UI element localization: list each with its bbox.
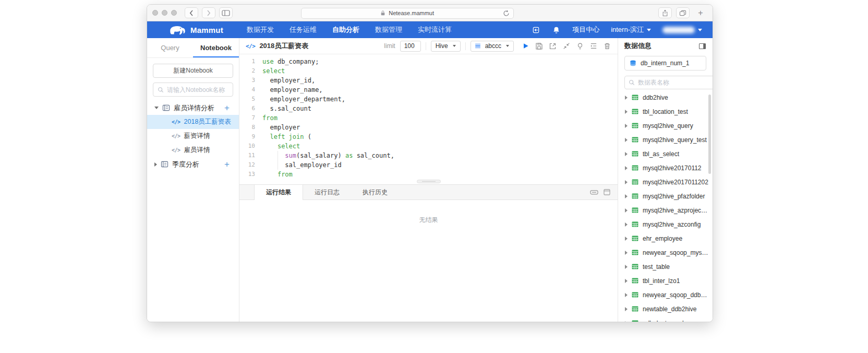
table-row[interactable]: ehr_employee <box>618 231 713 245</box>
table-icon <box>632 292 638 298</box>
notebook-file-row[interactable]: </> 雇员详情 <box>147 143 239 157</box>
close-window-button[interactable] <box>152 10 158 16</box>
code-icon: </> <box>172 133 180 139</box>
table-row[interactable]: ddb2hive <box>618 90 713 104</box>
table-row[interactable]: mysql2hive2017011202 <box>618 175 713 189</box>
line-number: 8 <box>239 123 255 132</box>
sidebar-tab[interactable]: Notebook <box>193 38 239 57</box>
export-icon <box>549 42 557 50</box>
project-selector[interactable]: intern-滨江 <box>611 25 651 34</box>
table-search-input[interactable] <box>638 79 713 86</box>
code-line: 9 left join ( <box>239 132 618 142</box>
browser-titlebar: Netease.mammut + <box>147 5 713 21</box>
splitter-drag-handle[interactable] <box>417 180 441 183</box>
notebook-search-input[interactable] <box>167 86 228 93</box>
add-note-button[interactable]: + <box>224 160 230 169</box>
table-row[interactable]: mysql2hive20170112 <box>618 161 713 175</box>
line-number: 5 <box>239 95 255 104</box>
scrollbar-thumb[interactable] <box>708 95 711 174</box>
nav-item[interactable]: 数据开发 <box>239 21 282 38</box>
user-menu[interactable] <box>662 27 702 33</box>
forward-button[interactable] <box>202 7 215 18</box>
nav-item[interactable]: 数据管理 <box>367 21 410 38</box>
panel-splitter <box>239 179 618 184</box>
table-name: ehr_employee <box>643 235 682 242</box>
table-row[interactable]: mysql2hive_query_test <box>618 133 713 147</box>
export-button[interactable] <box>548 42 557 51</box>
table-row[interactable]: mysql2hive_query <box>618 119 713 133</box>
line-number: 10 <box>239 142 255 151</box>
table-row[interactable]: newyear_sqoop_mys… <box>618 245 713 260</box>
table-row[interactable]: tbl_as_select <box>618 147 713 161</box>
expand-caret-icon <box>625 208 628 213</box>
expand-caret-icon <box>625 293 628 297</box>
notebook-file-label: 雇员详情 <box>184 146 210 155</box>
minimize-window-button[interactable] <box>162 10 167 16</box>
add-note-button[interactable]: + <box>224 103 230 112</box>
table-row[interactable]: mysql2hive_pfazfolder <box>618 189 713 203</box>
delete-button[interactable] <box>602 42 611 51</box>
switch-workspace-button[interactable] <box>532 26 540 34</box>
results-tab[interactable]: 运行日志 <box>303 185 351 199</box>
results-tab[interactable]: 执行历史 <box>351 185 399 199</box>
queue-dropdown[interactable]: abccc <box>471 41 514 52</box>
engine-dropdown[interactable]: Hive <box>431 41 461 52</box>
expand-caret-icon <box>625 307 628 311</box>
search-icon <box>158 87 164 93</box>
save-button[interactable] <box>535 42 544 51</box>
code-icon: </> <box>172 147 180 153</box>
expand-caret-icon <box>625 321 628 322</box>
table-row[interactable]: mysql2hive_azprojec… <box>618 203 713 217</box>
table-icon <box>632 264 638 269</box>
table-row[interactable]: tbl_location_test <box>618 104 713 119</box>
results-tab[interactable]: 运行结果 <box>254 185 303 200</box>
table-name: mysql2hive20170112 <box>643 164 702 172</box>
table-row[interactable]: newtable_ddb2hive <box>618 302 713 316</box>
minimize-results-button[interactable] <box>590 189 598 195</box>
nav-item[interactable]: 实时流计算 <box>410 21 460 38</box>
back-button[interactable] <box>185 7 198 18</box>
divider <box>426 42 426 50</box>
format-icon <box>590 42 597 50</box>
limit-input[interactable] <box>400 41 421 52</box>
brand[interactable]: Mammut <box>168 23 223 36</box>
database-name: db_intern_num_1 <box>641 60 689 67</box>
table-row[interactable]: test_table <box>618 260 713 274</box>
database-selector[interactable]: db_intern_num_1 <box>624 56 706 70</box>
table-icon <box>632 151 638 157</box>
table-row[interactable]: mysql2hive_azconfig <box>618 217 713 231</box>
results-tabbar: 运行结果运行日志执行历史 <box>239 184 618 200</box>
notifications-button[interactable] <box>552 26 561 34</box>
project-center-link[interactable]: 项目中心 <box>572 25 599 34</box>
sidebar-tab[interactable]: Query <box>147 38 193 57</box>
table-row[interactable]: newyear_sqoop_ddb… <box>618 288 713 302</box>
play-icon <box>523 43 529 49</box>
panel-minimize-icon <box>590 189 598 195</box>
table-row[interactable]: edl_dept_employee <box>618 316 713 322</box>
new-tab-button[interactable]: + <box>694 7 707 18</box>
smart-hint-button[interactable] <box>575 42 584 51</box>
main-nav: 数据开发任务运维自助分析数据管理实时流计算 <box>239 21 460 38</box>
address-bar[interactable]: Netease.mammut <box>301 8 514 19</box>
notebook-file-row[interactable]: </> 薪资详情 <box>147 129 239 143</box>
zoom-window-button[interactable] <box>171 10 177 16</box>
code-line: 1use db_company; <box>239 57 618 66</box>
sql-code-editor[interactable]: 1use db_company;2select3 employer_id,4 e… <box>239 54 618 179</box>
nav-item[interactable]: 自助分析 <box>324 21 367 38</box>
maximize-results-button[interactable] <box>604 189 610 195</box>
share-button[interactable] <box>658 7 672 18</box>
show-tabs-button[interactable] <box>676 7 690 18</box>
table-row[interactable]: tbl_inter_lzo1 <box>618 274 713 288</box>
notebook-group-row[interactable]: 雇员详情分析 + <box>147 101 239 115</box>
notebook-file-row[interactable]: </> 2018员工薪资表 <box>147 115 239 129</box>
new-notebook-button[interactable]: 新建Notebook <box>153 64 233 78</box>
refresh-page-button[interactable] <box>503 10 510 18</box>
nav-item[interactable]: 任务运维 <box>282 21 324 38</box>
collapse-editor-button[interactable] <box>562 42 571 51</box>
format-sql-button[interactable] <box>589 42 598 51</box>
run-button[interactable] <box>521 42 530 51</box>
collapse-panel-button[interactable] <box>698 43 706 50</box>
data-info-title: 数据信息 <box>624 41 652 51</box>
sidebar-toggle-button[interactable] <box>219 7 233 18</box>
notebook-group-row[interactable]: 季度分析 + <box>147 157 239 171</box>
